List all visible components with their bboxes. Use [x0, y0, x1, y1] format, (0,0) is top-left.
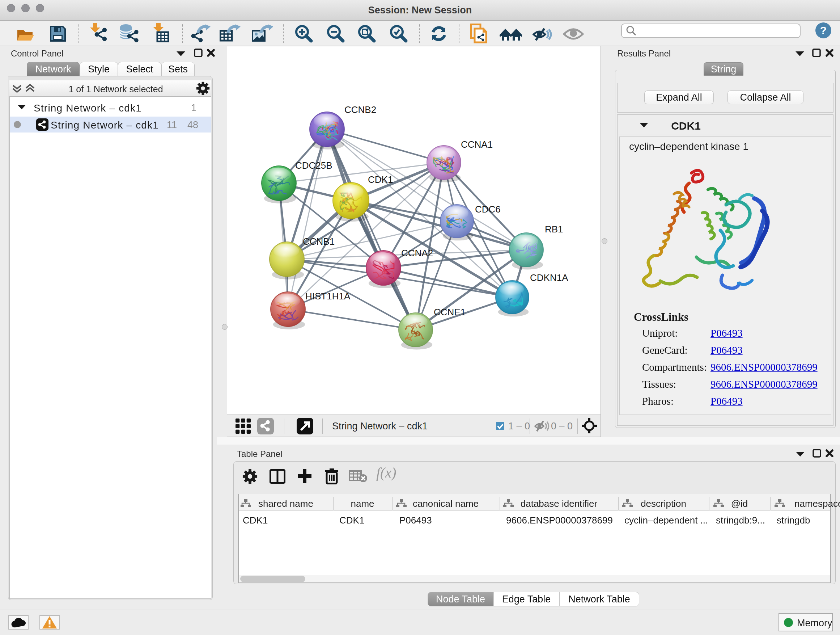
svg-text:CCNA1: CCNA1 [461, 139, 493, 150]
svg-text:CCNA2: CCNA2 [401, 248, 433, 258]
svg-text:CCNB1: CCNB1 [303, 236, 335, 247]
svg-text:CDC6: CDC6 [475, 204, 501, 215]
svg-text:RB1: RB1 [545, 224, 563, 234]
svg-text:CDC25B: CDC25B [295, 160, 332, 171]
svg-text:HIST1H1A: HIST1H1A [305, 291, 351, 302]
svg-text:CCNE1: CCNE1 [434, 307, 466, 318]
svg-text:CDKN1A: CDKN1A [530, 272, 568, 283]
svg-text:CDK1: CDK1 [368, 174, 393, 185]
svg-text:?: ? [820, 24, 827, 36]
svg-text:CCNB2: CCNB2 [344, 104, 376, 115]
